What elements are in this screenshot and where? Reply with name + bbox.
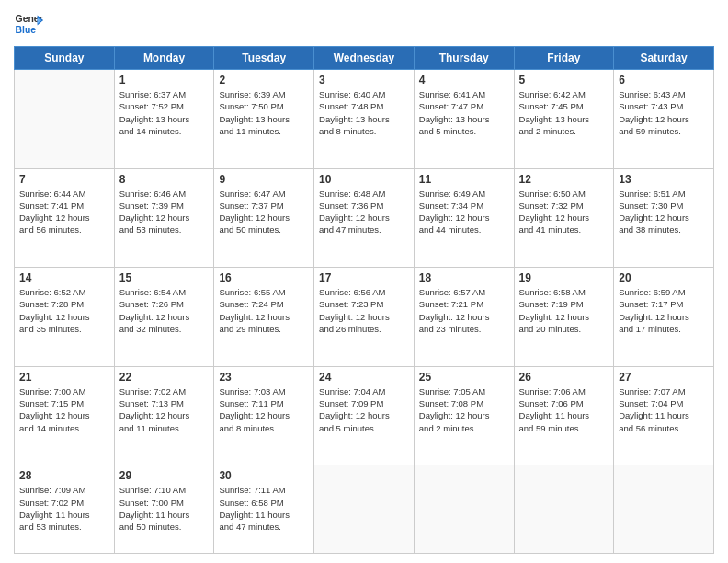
day-info: Sunrise: 6:50 AM Sunset: 7:32 PM Dayligh… (519, 188, 609, 236)
day-info: Sunrise: 6:51 AM Sunset: 7:30 PM Dayligh… (619, 188, 709, 236)
day-info: Sunrise: 6:44 AM Sunset: 7:41 PM Dayligh… (19, 188, 109, 236)
day-info: Sunrise: 7:06 AM Sunset: 7:06 PM Dayligh… (519, 385, 609, 434)
calendar-cell (614, 465, 714, 554)
day-info: Sunrise: 6:40 AM Sunset: 7:48 PM Dayligh… (319, 88, 409, 137)
weekday-header-tuesday: Tuesday (214, 47, 314, 70)
logo: General Blue (14, 9, 43, 39)
calendar-cell: 3Sunrise: 6:40 AM Sunset: 7:48 PM Daylig… (314, 70, 415, 169)
calendar-cell: 9Sunrise: 6:47 AM Sunset: 7:37 PM Daylig… (214, 168, 314, 268)
day-info: Sunrise: 6:58 AM Sunset: 7:19 PM Dayligh… (519, 286, 609, 335)
day-number: 15 (119, 271, 210, 284)
calendar-cell: 26Sunrise: 7:06 AM Sunset: 7:06 PM Dayli… (514, 366, 614, 465)
day-number: 14 (19, 271, 109, 284)
weekday-header-thursday: Thursday (414, 47, 514, 70)
day-number: 2 (219, 74, 309, 86)
day-number: 28 (19, 469, 109, 482)
day-number: 11 (419, 173, 509, 186)
day-number: 30 (219, 469, 309, 482)
day-info: Sunrise: 6:46 AM Sunset: 7:39 PM Dayligh… (119, 188, 210, 236)
day-info: Sunrise: 7:05 AM Sunset: 7:08 PM Dayligh… (419, 385, 509, 434)
calendar-cell: 25Sunrise: 7:05 AM Sunset: 7:08 PM Dayli… (414, 366, 514, 465)
weekday-header-monday: Monday (114, 47, 214, 70)
calendar-cell: 11Sunrise: 6:49 AM Sunset: 7:34 PM Dayli… (414, 168, 514, 268)
day-number: 8 (119, 173, 210, 186)
day-info: Sunrise: 7:10 AM Sunset: 7:00 PM Dayligh… (119, 484, 210, 533)
calendar-table: SundayMondayTuesdayWednesdayThursdayFrid… (14, 46, 714, 554)
weekday-header-wednesday: Wednesday (314, 47, 415, 70)
calendar-cell: 5Sunrise: 6:42 AM Sunset: 7:45 PM Daylig… (514, 70, 614, 169)
day-info: Sunrise: 7:03 AM Sunset: 7:11 PM Dayligh… (219, 385, 309, 434)
calendar-cell: 2Sunrise: 6:39 AM Sunset: 7:50 PM Daylig… (214, 70, 314, 169)
day-number: 18 (419, 271, 509, 284)
day-number: 27 (619, 371, 709, 384)
svg-text:Blue: Blue (16, 25, 37, 35)
day-number: 3 (319, 74, 409, 86)
logo-icon: General Blue (14, 9, 43, 39)
day-number: 26 (519, 371, 609, 384)
day-number: 29 (119, 469, 210, 482)
calendar-cell: 7Sunrise: 6:44 AM Sunset: 7:41 PM Daylig… (15, 168, 115, 268)
calendar-cell: 21Sunrise: 7:00 AM Sunset: 7:15 PM Dayli… (15, 366, 115, 465)
day-number: 10 (319, 173, 409, 186)
day-info: Sunrise: 6:41 AM Sunset: 7:47 PM Dayligh… (419, 88, 509, 137)
day-number: 9 (219, 173, 309, 186)
day-number: 21 (19, 371, 109, 384)
day-number: 5 (519, 74, 609, 86)
day-number: 24 (319, 371, 409, 384)
day-info: Sunrise: 6:52 AM Sunset: 7:28 PM Dayligh… (19, 286, 109, 335)
day-number: 17 (319, 271, 409, 284)
day-info: Sunrise: 6:54 AM Sunset: 7:26 PM Dayligh… (119, 286, 210, 335)
day-info: Sunrise: 6:37 AM Sunset: 7:52 PM Dayligh… (119, 88, 210, 137)
day-number: 6 (619, 74, 709, 86)
calendar-cell: 4Sunrise: 6:41 AM Sunset: 7:47 PM Daylig… (414, 70, 514, 169)
day-number: 23 (219, 371, 309, 384)
day-info: Sunrise: 6:56 AM Sunset: 7:23 PM Dayligh… (319, 286, 409, 335)
weekday-header-sunday: Sunday (15, 47, 115, 70)
weekday-header-saturday: Saturday (614, 47, 714, 70)
day-info: Sunrise: 7:00 AM Sunset: 7:15 PM Dayligh… (19, 385, 109, 434)
day-info: Sunrise: 7:04 AM Sunset: 7:09 PM Dayligh… (319, 385, 409, 434)
day-info: Sunrise: 6:39 AM Sunset: 7:50 PM Dayligh… (219, 88, 309, 137)
calendar-cell: 29Sunrise: 7:10 AM Sunset: 7:00 PM Dayli… (114, 465, 214, 554)
day-info: Sunrise: 6:57 AM Sunset: 7:21 PM Dayligh… (419, 286, 509, 335)
calendar-cell: 17Sunrise: 6:56 AM Sunset: 7:23 PM Dayli… (314, 268, 415, 367)
calendar-cell: 8Sunrise: 6:46 AM Sunset: 7:39 PM Daylig… (114, 168, 214, 268)
day-number: 1 (119, 74, 210, 86)
day-info: Sunrise: 7:02 AM Sunset: 7:13 PM Dayligh… (119, 385, 210, 434)
weekday-header-row: SundayMondayTuesdayWednesdayThursdayFrid… (15, 47, 714, 70)
calendar-cell (15, 70, 115, 169)
page: General Blue SundayMondayTuesdayWednesda… (0, 0, 728, 563)
calendar-cell: 28Sunrise: 7:09 AM Sunset: 7:02 PM Dayli… (15, 465, 115, 554)
calendar-cell: 24Sunrise: 7:04 AM Sunset: 7:09 PM Dayli… (314, 366, 415, 465)
calendar-cell: 23Sunrise: 7:03 AM Sunset: 7:11 PM Dayli… (214, 366, 314, 465)
calendar-cell: 15Sunrise: 6:54 AM Sunset: 7:26 PM Dayli… (114, 268, 214, 367)
calendar-cell (514, 465, 614, 554)
week-row-2: 7Sunrise: 6:44 AM Sunset: 7:41 PM Daylig… (15, 168, 714, 268)
header: General Blue (14, 9, 714, 39)
day-info: Sunrise: 7:09 AM Sunset: 7:02 PM Dayligh… (19, 484, 109, 533)
day-number: 16 (219, 271, 309, 284)
day-info: Sunrise: 7:11 AM Sunset: 6:58 PM Dayligh… (219, 484, 309, 533)
day-info: Sunrise: 6:55 AM Sunset: 7:24 PM Dayligh… (219, 286, 309, 335)
day-info: Sunrise: 6:43 AM Sunset: 7:43 PM Dayligh… (619, 88, 709, 137)
calendar-cell: 30Sunrise: 7:11 AM Sunset: 6:58 PM Dayli… (214, 465, 314, 554)
calendar-cell: 12Sunrise: 6:50 AM Sunset: 7:32 PM Dayli… (514, 168, 614, 268)
calendar-cell: 6Sunrise: 6:43 AM Sunset: 7:43 PM Daylig… (614, 70, 714, 169)
day-number: 22 (119, 371, 210, 384)
day-number: 12 (519, 173, 609, 186)
day-number: 13 (619, 173, 709, 186)
calendar-cell: 19Sunrise: 6:58 AM Sunset: 7:19 PM Dayli… (514, 268, 614, 367)
day-info: Sunrise: 6:42 AM Sunset: 7:45 PM Dayligh… (519, 88, 609, 137)
week-row-3: 14Sunrise: 6:52 AM Sunset: 7:28 PM Dayli… (15, 268, 714, 367)
calendar-cell: 13Sunrise: 6:51 AM Sunset: 7:30 PM Dayli… (614, 168, 714, 268)
day-number: 4 (419, 74, 509, 86)
week-row-5: 28Sunrise: 7:09 AM Sunset: 7:02 PM Dayli… (15, 465, 714, 554)
calendar-cell: 27Sunrise: 7:07 AM Sunset: 7:04 PM Dayli… (614, 366, 714, 465)
day-info: Sunrise: 6:59 AM Sunset: 7:17 PM Dayligh… (619, 286, 709, 335)
calendar-cell: 14Sunrise: 6:52 AM Sunset: 7:28 PM Dayli… (15, 268, 115, 367)
calendar-cell: 20Sunrise: 6:59 AM Sunset: 7:17 PM Dayli… (614, 268, 714, 367)
calendar-cell: 18Sunrise: 6:57 AM Sunset: 7:21 PM Dayli… (414, 268, 514, 367)
week-row-1: 1Sunrise: 6:37 AM Sunset: 7:52 PM Daylig… (15, 70, 714, 169)
day-number: 7 (19, 173, 109, 186)
day-info: Sunrise: 6:48 AM Sunset: 7:36 PM Dayligh… (319, 188, 409, 236)
